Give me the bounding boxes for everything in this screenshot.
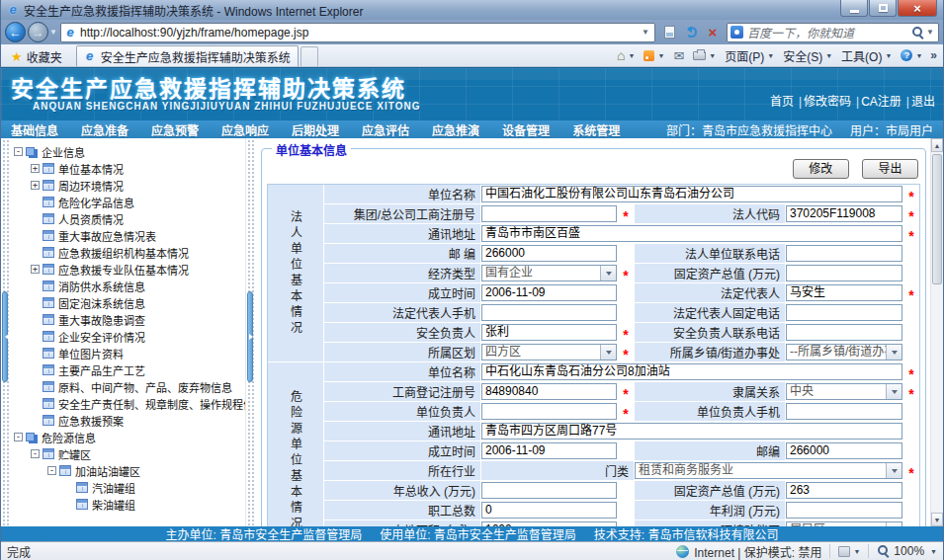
- nav-item-4[interactable]: 后期处理: [292, 121, 339, 138]
- search-dropdown-icon[interactable]: [925, 28, 935, 37]
- text-input[interactable]: 马安生: [786, 284, 902, 301]
- text-input[interactable]: [481, 403, 617, 420]
- nav-item-8[interactable]: 系统管理: [572, 121, 620, 138]
- text-input[interactable]: [786, 265, 902, 281]
- print-button[interactable]: [693, 51, 716, 60]
- search-icon[interactable]: [911, 26, 925, 40]
- stop-button[interactable]: [702, 23, 724, 42]
- tree-item-7[interactable]: +应急救援专业队伍基本情况: [9, 261, 245, 278]
- zoom-control[interactable]: 100%: [877, 544, 937, 558]
- text-input[interactable]: [786, 304, 902, 321]
- expand-toggle-icon[interactable]: +: [31, 181, 40, 190]
- tree-item-5[interactable]: 重大事故应急情况表: [9, 227, 245, 244]
- modify-button[interactable]: 修改: [793, 159, 849, 179]
- tree-item-8[interactable]: 消防供水系统信息: [9, 278, 245, 294]
- text-input[interactable]: 中石化山东青岛石油分公司8加油站: [481, 363, 902, 380]
- tree-item-18[interactable]: -贮罐区: [9, 445, 245, 462]
- text-input[interactable]: 266000: [786, 442, 902, 459]
- header-link-3[interactable]: 退出: [911, 95, 935, 109]
- text-input[interactable]: 84890840: [481, 383, 617, 400]
- browser-tab[interactable]: 安全生产应急救援指挥辅助决策系统: [76, 45, 299, 66]
- text-input[interactable]: 266000: [481, 245, 617, 262]
- expand-toggle-icon[interactable]: +: [31, 265, 40, 274]
- history-dropdown-icon[interactable]: [48, 28, 58, 37]
- page-status-icon[interactable]: [838, 546, 850, 557]
- tree-item-1[interactable]: +单位基本情况: [9, 160, 245, 177]
- select-input[interactable]: 国有企业: [481, 265, 617, 281]
- text-input[interactable]: [786, 502, 902, 519]
- compatibility-button[interactable]: [658, 23, 680, 42]
- tree-item-21[interactable]: 柴油罐组: [9, 496, 245, 513]
- url-field[interactable]: http://localhost:90/yjzh/frame/homepage.…: [60, 23, 655, 42]
- tree-item-12[interactable]: 单位图片资料: [9, 345, 245, 361]
- tree-item-17[interactable]: -危险源信息: [9, 429, 245, 445]
- tree-item-10[interactable]: 重大事故隐患调查: [9, 311, 245, 328]
- text-input[interactable]: 2006-11-09: [481, 284, 617, 301]
- text-input[interactable]: [786, 403, 902, 420]
- close-button[interactable]: [898, 0, 937, 17]
- tree-item-6[interactable]: 应急救援组织机构基本情况: [9, 244, 245, 261]
- text-input[interactable]: [481, 205, 617, 222]
- text-input[interactable]: 1600: [481, 521, 617, 526]
- maximize-button[interactable]: [869, 0, 897, 17]
- back-button[interactable]: [5, 22, 26, 42]
- header-link-1[interactable]: 修改密码: [804, 95, 851, 109]
- header-link-2[interactable]: CA注册: [861, 95, 901, 109]
- nav-item-6[interactable]: 应急推演: [432, 121, 479, 138]
- chevron-down-icon[interactable]: [853, 548, 860, 555]
- mail-button[interactable]: [673, 49, 684, 62]
- text-input[interactable]: 0: [481, 502, 617, 519]
- scroll-down-icon[interactable]: [931, 513, 943, 526]
- home-button[interactable]: [617, 48, 635, 62]
- collapse-toggle-icon[interactable]: -: [14, 147, 23, 156]
- text-input[interactable]: 青岛市市南区百盛: [481, 225, 902, 242]
- text-input[interactable]: [481, 482, 617, 499]
- text-input[interactable]: [786, 324, 902, 341]
- collapse-toggle-icon[interactable]: -: [47, 466, 56, 475]
- scrollbar-track[interactable]: [931, 286, 943, 513]
- help-button[interactable]: [901, 49, 922, 61]
- nav-item-3[interactable]: 应急响应: [221, 121, 269, 138]
- forward-button[interactable]: [28, 22, 48, 42]
- select-input[interactable]: --所属乡镇/街道办事处--: [786, 344, 902, 360]
- command-item-1[interactable]: 安全(S): [783, 47, 832, 64]
- url-dropdown-icon[interactable]: [639, 28, 652, 37]
- nav-item-7[interactable]: 设备管理: [502, 121, 550, 138]
- expand-toggle-icon[interactable]: +: [31, 164, 40, 173]
- tree-item-15[interactable]: 安全生产责任制、规章制度、操作规程信息: [9, 395, 245, 412]
- frame-splitter[interactable]: [245, 138, 254, 526]
- scroll-up-icon[interactable]: [931, 138, 943, 152]
- text-input[interactable]: 张利: [481, 324, 617, 341]
- refresh-button[interactable]: [680, 23, 702, 42]
- vertical-scrollbar[interactable]: [930, 138, 943, 526]
- nav-item-2[interactable]: 应急预警: [151, 121, 199, 138]
- tree-item-4[interactable]: 人员资质情况: [9, 210, 245, 227]
- minimize-button[interactable]: [840, 0, 868, 17]
- tree-item-14[interactable]: 原料、中间产物、产品、废弃物信息: [9, 378, 245, 395]
- tree-item-9[interactable]: 固定泡沫系统信息: [9, 294, 245, 311]
- search-box[interactable]: 百度一下，你就知道: [727, 23, 939, 42]
- text-input[interactable]: 中国石油化工股份有限公司山东青岛石油分公司: [481, 186, 902, 202]
- collapse-toggle-icon[interactable]: -: [31, 449, 40, 458]
- tree-item-2[interactable]: +周边环境情况: [9, 177, 245, 194]
- text-input[interactable]: [481, 304, 617, 321]
- export-button[interactable]: 导出: [862, 159, 918, 179]
- nav-item-0[interactable]: 基础信息: [11, 121, 58, 138]
- tree-item-13[interactable]: 主要产品生产工艺: [9, 361, 245, 378]
- tree-item-11[interactable]: 企业安全评价情况: [9, 328, 245, 345]
- command-item-0[interactable]: 页面(P): [725, 47, 774, 64]
- text-input[interactable]: 370205F119008: [786, 205, 902, 222]
- feeds-button[interactable]: [644, 50, 664, 61]
- text-input[interactable]: 263: [786, 482, 902, 499]
- tree-item-19[interactable]: -加油站油罐区: [9, 462, 245, 479]
- tree-item-16[interactable]: 应急救援预案: [9, 412, 245, 429]
- tree-item-3[interactable]: 危险化学品信息: [9, 194, 245, 210]
- text-input[interactable]: 青岛市四方区周口路77号: [481, 423, 902, 440]
- select-input[interactable]: 四方区: [481, 344, 617, 360]
- scrollbar-thumb[interactable]: [932, 154, 942, 284]
- industry-select[interactable]: 租赁和商务服务业: [635, 462, 902, 479]
- collapse-toggle-icon[interactable]: -: [14, 433, 23, 441]
- text-input[interactable]: [786, 245, 902, 262]
- text-input[interactable]: 2006-11-09: [481, 442, 617, 459]
- favorites-button[interactable]: 收藏夹: [5, 46, 68, 66]
